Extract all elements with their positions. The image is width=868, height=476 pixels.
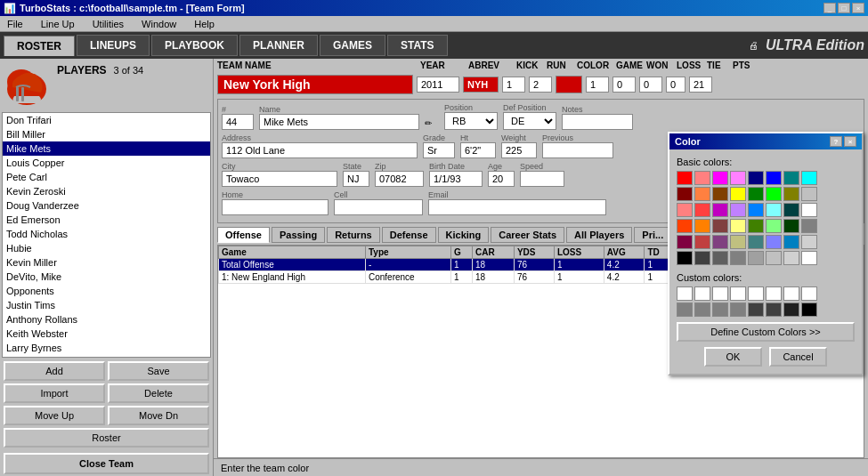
basic-color-13[interactable] — [766, 187, 782, 201]
basic-color-28[interactable] — [748, 219, 764, 233]
basic-color-27[interactable] — [730, 219, 746, 233]
basic-color-26[interactable] — [712, 219, 728, 233]
player-item-0[interactable]: Don Trifari — [3, 113, 210, 127]
tie-field[interactable]: 0 — [666, 77, 685, 93]
players-list[interactable]: Don Trifari Bill Miller Mike Mets Louis … — [2, 112, 211, 358]
basic-color-21[interactable] — [766, 203, 782, 217]
custom-color-15[interactable] — [801, 303, 817, 317]
basic-color-20[interactable] — [748, 203, 764, 217]
abrev-field[interactable]: NYH — [463, 77, 499, 93]
loss-field[interactable]: 0 — [639, 77, 662, 93]
custom-color-13[interactable] — [766, 303, 782, 317]
cell-input[interactable] — [334, 199, 423, 215]
player-item-3[interactable]: Louis Copper — [3, 156, 210, 170]
menu-utilities[interactable]: Utilities — [89, 17, 127, 31]
basic-color-43[interactable] — [730, 251, 746, 265]
player-item-6[interactable]: Doug Vanderzee — [3, 198, 210, 213]
basic-color-23[interactable] — [801, 203, 817, 217]
minimize-button[interactable]: _ — [823, 3, 836, 13]
basic-color-40[interactable] — [677, 251, 693, 265]
player-item-8[interactable]: Todd Nicholas — [3, 227, 210, 241]
roster-button[interactable]: Roster — [4, 428, 209, 448]
tab-planner[interactable]: PLANNER — [239, 35, 318, 56]
basic-color-36[interactable] — [748, 235, 764, 249]
age-input[interactable] — [488, 171, 515, 187]
state-input[interactable] — [343, 171, 369, 187]
dialog-question-button[interactable]: ? — [830, 136, 842, 147]
stats-tab-pri[interactable]: Pri... — [634, 227, 671, 243]
previous-input[interactable] — [542, 142, 613, 158]
close-team-button[interactable]: Close Team — [4, 453, 209, 474]
stats-tab-offense[interactable]: Offense — [217, 227, 270, 243]
custom-color-14[interactable] — [783, 303, 799, 317]
custom-color-2[interactable] — [712, 286, 728, 301]
stats-tab-kicking[interactable]: Kicking — [438, 227, 490, 243]
stats-tab-career[interactable]: Career Stats — [491, 227, 564, 243]
move-dn-button[interactable]: Move Dn — [108, 406, 209, 425]
basic-color-18[interactable] — [712, 203, 728, 217]
grade-input[interactable] — [423, 142, 455, 158]
player-item-2[interactable]: Mike Mets — [3, 141, 210, 156]
tab-roster[interactable]: ROSTER — [4, 36, 75, 56]
dialog-cancel-button[interactable]: Cancel — [769, 347, 827, 367]
def-position-select[interactable]: DEDTLBCB — [503, 112, 556, 130]
custom-color-11[interactable] — [730, 303, 746, 317]
menu-help[interactable]: Help — [191, 17, 218, 31]
run-field[interactable]: 2 — [529, 77, 552, 93]
basic-color-32[interactable] — [677, 235, 693, 249]
color-box[interactable] — [556, 76, 582, 93]
stats-tab-returns[interactable]: Returns — [327, 227, 380, 243]
custom-color-8[interactable] — [677, 303, 693, 317]
basic-color-22[interactable] — [783, 203, 799, 217]
won-field[interactable]: 0 — [612, 77, 636, 93]
player-item-12[interactable]: Opponents — [3, 284, 210, 298]
basic-color-35[interactable] — [730, 235, 746, 249]
maximize-button[interactable]: □ — [838, 3, 850, 13]
dialog-close-button[interactable]: × — [844, 136, 856, 147]
basic-color-42[interactable] — [712, 251, 728, 265]
basic-color-8[interactable] — [677, 187, 693, 201]
player-item-7[interactable]: Ed Emerson — [3, 213, 210, 227]
pts-field[interactable]: 21 — [689, 77, 712, 93]
custom-color-6[interactable] — [783, 286, 799, 301]
player-item-11[interactable]: DeVito, Mike — [3, 270, 210, 284]
tab-playbook[interactable]: PLAYBOOK — [151, 35, 238, 56]
basic-color-33[interactable] — [694, 235, 710, 249]
tab-stats[interactable]: STATS — [387, 35, 448, 56]
basic-color-3[interactable] — [730, 171, 746, 185]
stats-tab-all-players[interactable]: All Players — [566, 227, 632, 243]
tab-games[interactable]: GAMES — [320, 35, 385, 56]
basic-color-46[interactable] — [783, 251, 799, 265]
custom-color-7[interactable] — [801, 286, 817, 301]
basic-color-45[interactable] — [766, 251, 782, 265]
player-item-15[interactable]: Keith Webster — [3, 327, 210, 341]
basic-color-39[interactable] — [801, 235, 817, 249]
custom-color-1[interactable] — [694, 286, 710, 301]
name-edit-icon[interactable]: ✏ — [425, 118, 432, 128]
team-name-field[interactable]: New York High — [217, 75, 413, 94]
basic-color-9[interactable] — [694, 187, 710, 201]
kick-field[interactable]: 1 — [502, 77, 525, 93]
ht-input[interactable] — [460, 142, 496, 158]
basic-color-15[interactable] — [801, 187, 817, 201]
year-field[interactable]: 2011 — [417, 77, 459, 93]
basic-color-11[interactable] — [730, 187, 746, 201]
custom-color-12[interactable] — [748, 303, 764, 317]
home-input[interactable] — [222, 199, 329, 215]
print-icon[interactable]: 🖨 — [749, 40, 758, 51]
zip-input[interactable] — [375, 171, 424, 187]
basic-color-34[interactable] — [712, 235, 728, 249]
basic-color-41[interactable] — [694, 251, 710, 265]
speed-input[interactable] — [520, 171, 564, 187]
birthdate-input[interactable] — [429, 171, 483, 187]
basic-color-24[interactable] — [677, 219, 693, 233]
player-item-4[interactable]: Pete Carl — [3, 170, 210, 184]
basic-color-17[interactable] — [694, 203, 710, 217]
name-input[interactable] — [259, 114, 419, 130]
custom-color-3[interactable] — [730, 286, 746, 301]
close-window-button[interactable]: × — [852, 3, 864, 13]
basic-color-0[interactable] — [677, 171, 693, 185]
basic-color-29[interactable] — [766, 219, 782, 233]
custom-color-9[interactable] — [694, 303, 710, 317]
basic-color-30[interactable] — [783, 219, 799, 233]
